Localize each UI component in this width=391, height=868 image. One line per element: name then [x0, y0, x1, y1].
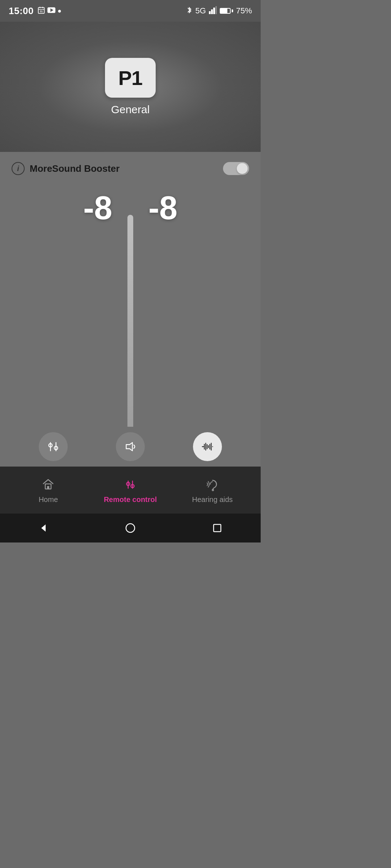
- svg-rect-33: [214, 524, 221, 532]
- battery-icon: [220, 8, 233, 14]
- status-time: 15:00: [9, 5, 34, 17]
- nav-label-hearing-aids: Hearing aids: [192, 495, 233, 504]
- svg-rect-9: [213, 8, 215, 14]
- toggle-knob: [237, 163, 248, 174]
- action-buttons-row: [0, 427, 261, 467]
- waveform-button[interactable]: [193, 432, 222, 461]
- top-section: P1 General: [0, 22, 261, 152]
- svg-rect-10: [215, 6, 217, 14]
- dot-icon: ●: [58, 7, 62, 15]
- volume-numbers: -8 -8: [0, 190, 261, 227]
- remote-control-icon: [122, 477, 138, 493]
- info-button[interactable]: i: [12, 162, 25, 175]
- bottom-nav: Home Remote control Hearing aids: [0, 467, 261, 514]
- bluetooth-icon: [186, 6, 193, 16]
- nav-label-home: Home: [39, 495, 58, 504]
- system-nav: [0, 514, 261, 542]
- signal-bars-icon: [209, 6, 217, 16]
- home-icon: [40, 477, 56, 493]
- home-button[interactable]: [121, 519, 139, 537]
- main-section: i MoreSound Booster -8 -8: [0, 152, 261, 467]
- moresound-toggle[interactable]: [223, 162, 249, 175]
- svg-rect-25: [47, 486, 49, 489]
- nav-item-remote-control[interactable]: Remote control: [89, 477, 172, 504]
- status-left: 15:00 31 ●: [9, 5, 62, 17]
- nav-item-home[interactable]: Home: [7, 477, 89, 504]
- svg-point-32: [126, 524, 135, 532]
- svg-marker-15: [126, 443, 133, 451]
- calendar-icon: 31: [37, 6, 45, 16]
- status-right: 5G 75%: [186, 6, 252, 16]
- slider-track: [127, 215, 133, 446]
- equalizer-button[interactable]: [39, 432, 68, 461]
- recents-button[interactable]: [208, 519, 226, 537]
- program-badge-text: P1: [118, 66, 143, 90]
- battery-label: 75%: [236, 6, 252, 16]
- moresound-left: i MoreSound Booster: [12, 162, 119, 175]
- nav-label-remote-control: Remote control: [104, 495, 157, 504]
- moresound-label: MoreSound Booster: [30, 163, 119, 174]
- volume-button[interactable]: [116, 432, 145, 461]
- program-badge[interactable]: P1: [105, 58, 156, 98]
- volume-left: -8: [83, 190, 112, 227]
- svg-marker-31: [41, 524, 46, 532]
- volume-slider[interactable]: [123, 193, 138, 446]
- volume-right: -8: [148, 190, 177, 227]
- back-button[interactable]: [34, 519, 52, 537]
- status-icons: 31 ●: [37, 6, 62, 16]
- program-name: General: [111, 103, 150, 116]
- moresound-booster-row: i MoreSound Booster: [0, 152, 261, 182]
- svg-rect-7: [209, 11, 211, 14]
- svg-rect-8: [211, 9, 213, 14]
- status-bar: 15:00 31 ●: [0, 0, 261, 22]
- nav-item-hearing-aids[interactable]: Hearing aids: [171, 477, 253, 504]
- youtube-icon: [47, 7, 55, 15]
- hearing-aids-icon: [205, 477, 220, 493]
- signal-label: 5G: [196, 6, 206, 16]
- svg-text:31: 31: [40, 10, 43, 13]
